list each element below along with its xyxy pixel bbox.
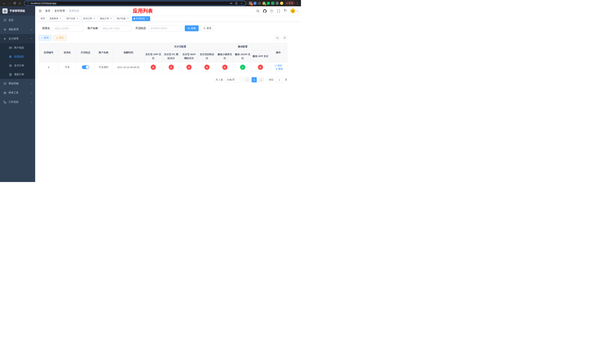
sidebar-item-infra[interactable]: 基础设施 [0, 79, 35, 88]
url-bar[interactable]: i localhost:1024/pay/app ☆ [24, 1, 246, 6]
app-logo[interactable]: 芋道管理系统 [0, 6, 35, 16]
col-alipay-qr: 支付宝扫码支付 [198, 51, 216, 62]
hamburger-icon[interactable] [38, 9, 42, 13]
sidebar-item-pay-order[interactable]: 支付订单 [0, 61, 35, 70]
main-area: 首页 / 支付管理 / 应用信息 应用列表 ? [35, 6, 301, 182]
page-unit-label: 页 [285, 78, 287, 81]
extension-icons: 10 1 [248, 2, 284, 5]
cell-app-id: 6 [39, 62, 58, 72]
reset-button[interactable]: 重置 [201, 25, 214, 31]
extension-green-icon[interactable] [271, 2, 274, 5]
font-size-icon[interactable]: TT [283, 9, 287, 13]
app-name-input[interactable] [52, 25, 83, 31]
site-info-icon[interactable]: i [27, 2, 29, 4]
edit-button[interactable]: 修改 [275, 64, 282, 67]
extension-emoji-icon[interactable] [280, 2, 283, 5]
col-wechat-jsapi: 微信 JSAPI 支付 [234, 51, 252, 62]
extension-dark-icon[interactable] [258, 2, 261, 5]
tags-bar: 首页 流程表单 × 用户分组 × 支付订单 × 退款订单 × [35, 16, 301, 22]
extension-wechat-icon[interactable] [267, 2, 270, 5]
browser-update-button[interactable]: 更新 [285, 1, 295, 6]
browser-forward-icon[interactable]: → [7, 1, 12, 6]
delete-button[interactable]: 删除 [275, 67, 283, 71]
cube-icon [3, 91, 6, 94]
tab-app-info[interactable]: 应用信息 × [132, 16, 150, 21]
status-circle-icon: × [258, 65, 263, 70]
export-button[interactable]: 导出 [53, 35, 66, 41]
toolbar: + 新增 导出 [39, 35, 287, 41]
add-button[interactable]: + 新增 [39, 35, 51, 41]
sidebar-item-devtools[interactable]: 研发工具 [0, 88, 35, 97]
sidebar-item-app-info[interactable]: 应用信息 [0, 52, 35, 61]
fullscreen-icon[interactable] [276, 9, 280, 13]
col-alipay-wap: 支付宝 WAP 网站支付 [180, 51, 198, 62]
help-icon[interactable]: ? [269, 9, 274, 13]
next-page-button[interactable]: › [258, 77, 264, 82]
search-button[interactable]: 搜索 [185, 25, 199, 31]
extension-puzzle-icon[interactable] [276, 2, 279, 5]
browser-reload-icon[interactable] [12, 1, 17, 6]
sidebar-item-workflow[interactable]: 工作流程 [0, 97, 35, 107]
tab-user-group[interactable]: 用户分组 × [64, 16, 80, 21]
tab-refund-order[interactable]: 退款订单 × [98, 16, 114, 21]
extension-color-icon[interactable]: 1 [262, 2, 266, 5]
sidebar-item-home[interactable]: 首页 [0, 16, 35, 25]
search-icon[interactable] [256, 9, 260, 13]
col-app-id: 应用编号 [39, 43, 58, 62]
sidebar-item-refund-order[interactable]: 退款订单 [0, 70, 35, 79]
github-icon[interactable] [263, 9, 267, 13]
goto-page-input[interactable] [276, 77, 283, 82]
cell-actions: 修改 删除 [269, 62, 287, 72]
share-icon[interactable] [235, 2, 238, 4]
workflow-icon [3, 101, 6, 104]
browser-home-icon[interactable]: ⌂ [17, 1, 22, 6]
cell-merchant: 芋道源码 [95, 62, 112, 72]
browser-menu-icon[interactable]: ⋮ [295, 1, 299, 5]
app-name-label: 应用名 [42, 27, 50, 30]
page-size-select[interactable]: 10条/页 [225, 77, 243, 82]
close-icon[interactable]: × [59, 17, 62, 20]
group-alipay-config: 支付宝配置 [144, 43, 216, 51]
breadcrumb: 首页 / 支付管理 / 应用信息 [45, 9, 79, 13]
tab-pay-order[interactable]: 支付订单 × [81, 16, 97, 21]
close-icon[interactable]: × [146, 17, 149, 20]
sidebar-item-merchant-info[interactable]: 商户信息 [0, 43, 35, 52]
extension-blue-icon[interactable] [253, 2, 257, 5]
table-row: 6 芋道 芋道源码 2021-10-23 08:49:25 × × × × × [39, 62, 287, 72]
merchant-name-input[interactable] [100, 25, 131, 31]
page-1-button[interactable]: 1 [252, 77, 257, 82]
sidebar-item-system[interactable]: 系统管理 [0, 25, 35, 34]
breadcrumb-home[interactable]: 首页 [45, 9, 50, 13]
close-icon[interactable]: × [127, 17, 129, 20]
chevron-down-icon [297, 10, 298, 11]
logo-image [2, 8, 8, 13]
avatar[interactable] [290, 8, 296, 14]
row-status-switch[interactable] [82, 65, 89, 69]
sidebar-item-payment[interactable]: ¥ 支付管理 [0, 34, 35, 43]
close-icon[interactable]: × [93, 17, 96, 20]
password-key-icon[interactable] [229, 2, 233, 5]
close-icon[interactable]: × [110, 17, 112, 20]
user-menu[interactable] [290, 8, 298, 14]
cell-wechat-jsapi: ✓ [234, 62, 252, 72]
status-circle-icon: × [186, 65, 192, 70]
refresh-icon[interactable] [282, 35, 287, 41]
close-icon[interactable]: × [76, 17, 79, 20]
sidebar-menu: 首页 系统管理 ¥ 支付管理 [0, 16, 35, 182]
navbar-tools: ? TT [256, 8, 298, 14]
cell-alipay-qr: × [198, 62, 216, 72]
tab-process-form[interactable]: 流程表单 × [48, 16, 64, 21]
url-text[interactable]: localhost:1024/pay/app [31, 2, 228, 5]
goto-label: 前往 [269, 78, 274, 81]
prev-page-button[interactable]: ‹ [245, 77, 250, 82]
show-search-icon[interactable] [275, 35, 280, 41]
bookmark-star-icon[interactable]: ☆ [240, 2, 243, 5]
extension-grid-icon[interactable]: 10 [249, 2, 252, 5]
app-table: 应用编号 应用名 开启状态 商户名称 创建时间 支付宝配置 微信配置 操作 支付… [39, 43, 287, 72]
breadcrumb-payment[interactable]: 支付管理 [54, 9, 65, 13]
cell-alipay-pc: × [162, 62, 180, 72]
browser-back-icon[interactable]: ← [2, 1, 7, 6]
status-select[interactable]: 请选择开启状态 [148, 25, 183, 31]
tab-merchant-info[interactable]: 商户信息 × [115, 16, 131, 21]
tab-home[interactable]: 首页 [39, 16, 47, 21]
